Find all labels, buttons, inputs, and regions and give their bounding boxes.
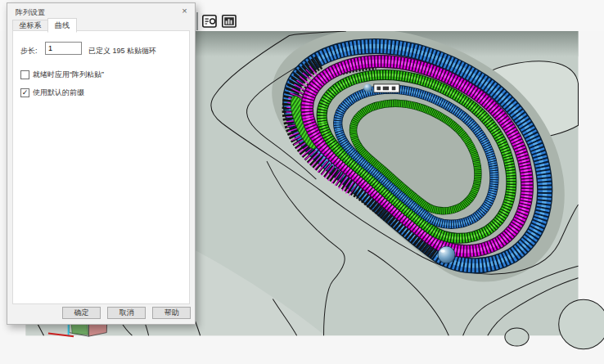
help-button[interactable]: 帮助 bbox=[152, 307, 191, 319]
toolbar-separator bbox=[196, 12, 198, 30]
ok-button[interactable]: 确定 bbox=[62, 307, 101, 319]
marker-sphere bbox=[363, 83, 372, 92]
step-input[interactable] bbox=[45, 42, 82, 55]
curve-tab-page: 步长: 已定义 195 粘贴循环 就绪时应用“阵列粘贴” ✓ 使用默认的前缀 bbox=[12, 30, 190, 304]
array-settings-dialog: 阵列设置 × 坐标系 曲线 步长: 已定义 195 粘贴循环 就绪时应用“阵列粘… bbox=[7, 2, 196, 325]
start-sphere bbox=[438, 246, 455, 263]
display-style-icon bbox=[202, 15, 217, 28]
application-window: Y 阵列设置 × 坐标系 曲线 步长: 已定义 195 粘贴循环 就绪时应用“阵… bbox=[0, 0, 604, 364]
step-label: 步长: bbox=[20, 46, 38, 56]
defined-loops-text: 已定义 195 粘贴循环 bbox=[88, 46, 156, 56]
display-style-button[interactable] bbox=[201, 13, 219, 29]
apply-array-paste-checkbox-row: 就绪时应用“阵列粘贴” bbox=[20, 70, 104, 80]
bar-chart-icon bbox=[222, 15, 237, 28]
use-default-prefix-label: 使用默认的前缀 bbox=[33, 88, 84, 98]
chart-view-button[interactable] bbox=[220, 13, 238, 29]
tab-curve[interactable]: 曲线 bbox=[47, 18, 77, 33]
array-count-tag bbox=[374, 84, 399, 92]
apply-array-paste-label: 就绪时应用“阵列粘贴” bbox=[33, 70, 104, 80]
dialog-title: 阵列设置 bbox=[16, 7, 45, 18]
cancel-button[interactable]: 取消 bbox=[107, 307, 146, 319]
use-default-prefix-checkbox[interactable]: ✓ bbox=[20, 88, 29, 97]
use-default-prefix-checkbox-row: ✓ 使用默认的前缀 bbox=[20, 88, 84, 98]
apply-array-paste-checkbox[interactable] bbox=[20, 70, 29, 79]
close-icon[interactable]: × bbox=[178, 6, 191, 17]
